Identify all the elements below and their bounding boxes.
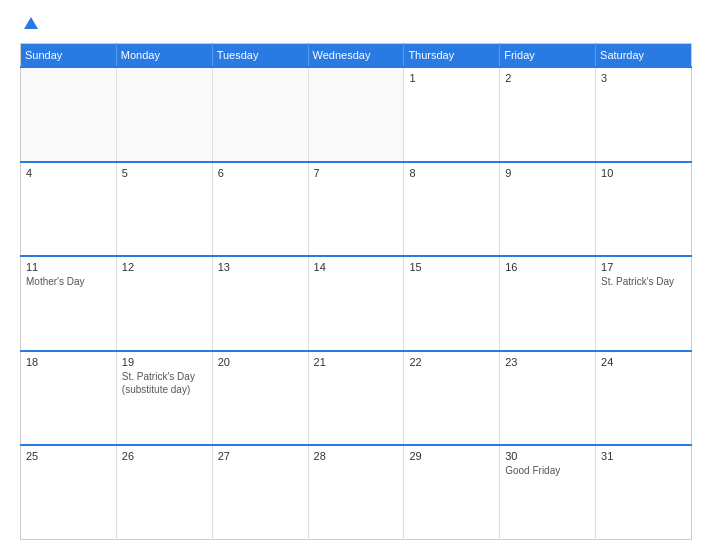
calendar-cell	[308, 67, 404, 162]
weekday-header-row: SundayMondayTuesdayWednesdayThursdayFrid…	[21, 44, 692, 68]
calendar-cell: 5	[116, 162, 212, 257]
day-number: 7	[314, 167, 399, 179]
week-row-4: 1819St. Patrick's Day (substitute day)20…	[21, 351, 692, 446]
calendar-cell: 7	[308, 162, 404, 257]
week-row-2: 45678910	[21, 162, 692, 257]
calendar-cell: 30Good Friday	[500, 445, 596, 540]
logo	[20, 15, 42, 33]
day-number: 19	[122, 356, 207, 368]
weekday-header-tuesday: Tuesday	[212, 44, 308, 68]
week-row-3: 11Mother's Day121314151617St. Patrick's …	[21, 256, 692, 351]
holiday-label: Good Friday	[505, 464, 590, 477]
day-number: 22	[409, 356, 494, 368]
day-number: 1	[409, 72, 494, 84]
weekday-header-monday: Monday	[116, 44, 212, 68]
calendar-cell: 11Mother's Day	[21, 256, 117, 351]
calendar-cell: 10	[596, 162, 692, 257]
calendar-cell: 9	[500, 162, 596, 257]
week-row-1: 123	[21, 67, 692, 162]
calendar-cell: 12	[116, 256, 212, 351]
day-number: 4	[26, 167, 111, 179]
day-number: 10	[601, 167, 686, 179]
day-number: 23	[505, 356, 590, 368]
day-number: 6	[218, 167, 303, 179]
calendar-cell: 6	[212, 162, 308, 257]
calendar-cell: 23	[500, 351, 596, 446]
calendar-cell: 19St. Patrick's Day (substitute day)	[116, 351, 212, 446]
day-number: 30	[505, 450, 590, 462]
day-number: 14	[314, 261, 399, 273]
logo-icon	[22, 15, 40, 33]
weekday-header-friday: Friday	[500, 44, 596, 68]
calendar-cell: 16	[500, 256, 596, 351]
svg-marker-0	[24, 17, 38, 29]
calendar-cell: 18	[21, 351, 117, 446]
calendar-cell: 1	[404, 67, 500, 162]
weekday-header-thursday: Thursday	[404, 44, 500, 68]
weekday-header-saturday: Saturday	[596, 44, 692, 68]
calendar-cell	[116, 67, 212, 162]
day-number: 12	[122, 261, 207, 273]
day-number: 15	[409, 261, 494, 273]
day-number: 21	[314, 356, 399, 368]
day-number: 25	[26, 450, 111, 462]
weekday-header-wednesday: Wednesday	[308, 44, 404, 68]
day-number: 9	[505, 167, 590, 179]
calendar-cell	[21, 67, 117, 162]
calendar-cell: 22	[404, 351, 500, 446]
weekday-header-sunday: Sunday	[21, 44, 117, 68]
calendar-cell: 27	[212, 445, 308, 540]
calendar-page: SundayMondayTuesdayWednesdayThursdayFrid…	[0, 0, 712, 550]
holiday-label: St. Patrick's Day (substitute day)	[122, 370, 207, 396]
calendar-cell: 26	[116, 445, 212, 540]
calendar-cell: 4	[21, 162, 117, 257]
calendar-cell: 2	[500, 67, 596, 162]
calendar-cell: 3	[596, 67, 692, 162]
calendar-header	[20, 15, 692, 33]
calendar-cell: 20	[212, 351, 308, 446]
calendar-table: SundayMondayTuesdayWednesdayThursdayFrid…	[20, 43, 692, 540]
holiday-label: Mother's Day	[26, 275, 111, 288]
day-number: 17	[601, 261, 686, 273]
calendar-cell: 24	[596, 351, 692, 446]
calendar-cell: 31	[596, 445, 692, 540]
calendar-cell: 28	[308, 445, 404, 540]
holiday-label: St. Patrick's Day	[601, 275, 686, 288]
day-number: 31	[601, 450, 686, 462]
day-number: 26	[122, 450, 207, 462]
day-number: 18	[26, 356, 111, 368]
calendar-cell: 21	[308, 351, 404, 446]
calendar-cell: 8	[404, 162, 500, 257]
day-number: 3	[601, 72, 686, 84]
calendar-cell: 15	[404, 256, 500, 351]
day-number: 29	[409, 450, 494, 462]
calendar-cell: 17St. Patrick's Day	[596, 256, 692, 351]
day-number: 2	[505, 72, 590, 84]
calendar-cell: 14	[308, 256, 404, 351]
day-number: 20	[218, 356, 303, 368]
day-number: 28	[314, 450, 399, 462]
calendar-cell: 29	[404, 445, 500, 540]
day-number: 24	[601, 356, 686, 368]
day-number: 5	[122, 167, 207, 179]
day-number: 16	[505, 261, 590, 273]
day-number: 8	[409, 167, 494, 179]
calendar-cell	[212, 67, 308, 162]
calendar-cell: 25	[21, 445, 117, 540]
day-number: 27	[218, 450, 303, 462]
calendar-cell: 13	[212, 256, 308, 351]
week-row-5: 252627282930Good Friday31	[21, 445, 692, 540]
day-number: 11	[26, 261, 111, 273]
day-number: 13	[218, 261, 303, 273]
